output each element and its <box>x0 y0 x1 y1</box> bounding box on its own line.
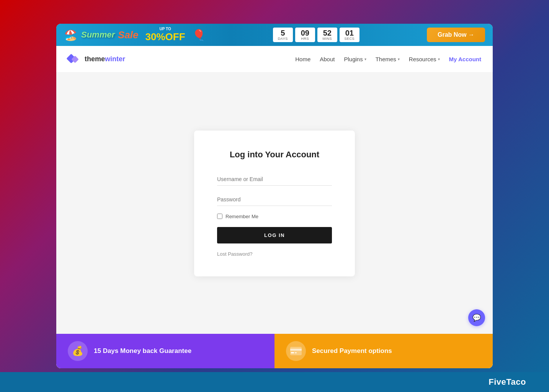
banner-left: 🏖️ Summer Sale UP TO 30%OFF 🎈 <box>64 27 206 43</box>
logo-icon <box>68 54 82 65</box>
countdown-mins: 52 MINS <box>317 28 337 42</box>
sale-text-group: Summer Sale <box>81 29 139 41</box>
countdown-days: 5 DAYS <box>273 28 293 42</box>
themes-chevron-icon: ▾ <box>398 57 400 61</box>
payment-banner: Secured Payment options <box>274 334 493 368</box>
password-group <box>217 193 332 206</box>
main-container: 🏖️ Summer Sale UP TO 30%OFF 🎈 5 DAYS 09 … <box>56 24 493 368</box>
payment-text: Secured Payment options <box>312 347 392 355</box>
hrs-value: 09 <box>299 29 311 37</box>
svg-rect-1 <box>290 349 302 351</box>
nav-themes[interactable]: Themes ▾ <box>376 56 400 62</box>
beach-icon: 🏖️ <box>64 29 77 41</box>
hrs-label: HRS <box>299 37 311 41</box>
countdown-timer: 5 DAYS 09 HRS 52 MINS 01 SECS <box>273 28 359 42</box>
money-back-banner: 💰 15 Days Money back Guarantee <box>56 334 274 368</box>
discount-block: UP TO 30%OFF <box>145 27 185 43</box>
percent-off: 30%OFF <box>145 31 185 43</box>
payment-icon <box>286 341 306 361</box>
money-back-text: 15 Days Money back Guarantee <box>94 347 191 355</box>
secs-value: 01 <box>343 29 356 37</box>
days-label: DAYS <box>277 37 289 41</box>
days-value: 5 <box>277 29 289 37</box>
grab-now-button[interactable]: Grab Now → <box>427 28 485 42</box>
remember-row: Remember Me <box>217 214 332 219</box>
chat-icon: 💬 <box>472 314 481 322</box>
promo-banner: 🏖️ Summer Sale UP TO 30%OFF 🎈 5 DAYS 09 … <box>56 24 493 46</box>
mins-value: 52 <box>321 29 333 37</box>
login-button[interactable]: LOG IN <box>217 227 332 243</box>
fivetaco-brand: FiveTaco <box>489 377 526 387</box>
nav-links: Home About Plugins ▾ Themes ▾ Resources … <box>295 56 481 62</box>
username-group <box>217 173 332 186</box>
countdown-hrs: 09 HRS <box>295 28 315 42</box>
navbar: themewinter Home About Plugins ▾ Themes … <box>56 46 493 73</box>
nav-plugins[interactable]: Plugins ▾ <box>344 56 366 62</box>
resources-label: Resources <box>409 56 436 62</box>
login-card: Log into Your Account Remember Me LOG IN… <box>194 131 355 276</box>
logo[interactable]: themewinter <box>68 54 125 65</box>
dollar-icon: 💰 <box>72 346 83 356</box>
footer-bar: FiveTaco <box>0 372 549 392</box>
logo-theme: theme <box>85 55 105 63</box>
content-area: Log into Your Account Remember Me LOG IN… <box>56 73 493 368</box>
logo-text: themewinter <box>85 55 125 63</box>
sale-text: Sale <box>118 29 139 41</box>
username-input[interactable] <box>217 173 332 186</box>
plugins-label: Plugins <box>344 56 363 62</box>
nav-about[interactable]: About <box>320 56 335 62</box>
balloon-icon: 🎈 <box>192 29 206 41</box>
svg-rect-0 <box>290 347 302 355</box>
svg-rect-2 <box>291 352 294 353</box>
svg-rect-3 <box>295 352 297 353</box>
nav-resources[interactable]: Resources ▾ <box>409 56 440 62</box>
lost-password-link[interactable]: Lost Password? <box>217 251 253 257</box>
password-input[interactable] <box>217 193 332 206</box>
login-wrapper: Log into Your Account Remember Me LOG IN… <box>56 73 493 334</box>
chat-button[interactable]: 💬 <box>468 309 485 326</box>
off-text: OFF <box>165 31 185 42</box>
credit-card-icon <box>290 347 302 355</box>
resources-chevron-icon: ▾ <box>438 57 440 61</box>
bottom-banners: 💰 15 Days Money back Guarantee Secured P… <box>56 334 493 368</box>
remember-checkbox[interactable] <box>217 214 222 219</box>
mins-label: MINS <box>321 37 333 41</box>
countdown-secs: 01 SECS <box>340 28 359 42</box>
remember-label: Remember Me <box>225 214 258 219</box>
logo-winter: winter <box>105 55 125 63</box>
summer-text: Summer <box>81 30 115 40</box>
up-to-text: UP TO <box>159 27 171 31</box>
nav-home[interactable]: Home <box>295 56 310 62</box>
themes-label: Themes <box>376 56 396 62</box>
plugins-chevron-icon: ▾ <box>364 57 366 61</box>
discount-value: 30% <box>145 31 165 42</box>
login-title: Log into Your Account <box>217 150 332 160</box>
secs-label: SECS <box>343 37 356 41</box>
nav-my-account[interactable]: My Account <box>449 56 481 62</box>
money-back-icon: 💰 <box>68 341 88 361</box>
